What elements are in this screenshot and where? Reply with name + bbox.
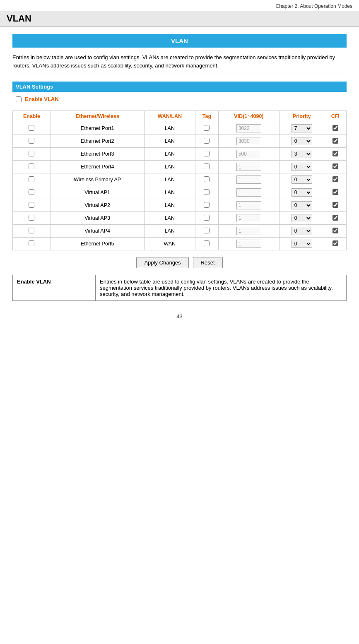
row-wan-lan-cell: LAN (144, 199, 195, 212)
row-enable-cell (13, 173, 51, 186)
row-priority-select[interactable]: 01234567 (292, 163, 312, 171)
row-tag-checkbox[interactable] (204, 125, 210, 131)
row-eth-cell: Ethernet Port5 (51, 238, 144, 250)
row-tag-cell (195, 225, 219, 238)
row-priority-cell: 01234567 (279, 173, 324, 186)
row-tag-checkbox[interactable] (204, 138, 210, 144)
row-tag-checkbox[interactable] (204, 176, 210, 182)
row-enable-cell (13, 135, 51, 148)
row-tag-cell (195, 186, 219, 199)
row-eth-cell: Virtual AP2 (51, 199, 144, 212)
row-vid-cell (218, 173, 279, 186)
row-enable-cell (13, 199, 51, 212)
row-tag-checkbox[interactable] (204, 189, 210, 195)
row-wan-lan-cell: LAN (144, 122, 195, 135)
row-vid-input[interactable] (236, 163, 261, 171)
row-tag-checkbox[interactable] (204, 240, 210, 246)
buttons-row: Apply Changes Reset (12, 257, 347, 268)
row-tag-checkbox[interactable] (204, 215, 210, 221)
row-wan-lan-cell: LAN (144, 135, 195, 148)
row-vid-input[interactable] (236, 150, 261, 158)
row-priority-select[interactable]: 01234567 (292, 240, 312, 248)
row-tag-checkbox[interactable] (204, 163, 210, 169)
row-cfi-checkbox[interactable] (332, 163, 338, 169)
row-cfi-checkbox[interactable] (332, 189, 338, 195)
reset-button[interactable]: Reset (193, 257, 223, 268)
row-cfi-checkbox[interactable] (332, 202, 338, 208)
row-priority-cell: 01234567 (279, 199, 324, 212)
th-enable: Enable (13, 111, 51, 122)
row-enable-cell (13, 186, 51, 199)
row-vid-input[interactable] (236, 137, 261, 145)
enable-vlan-label: Enable VLAN (25, 96, 59, 102)
row-cfi-cell (324, 238, 347, 250)
row-cfi-cell (324, 225, 347, 238)
row-vid-input[interactable] (236, 201, 261, 209)
row-cfi-checkbox[interactable] (332, 240, 338, 246)
page-title-bar: VLAN (0, 11, 359, 27)
help-row: Enable VLAN Entries in below table are u… (13, 275, 347, 301)
row-cfi-cell (324, 199, 347, 212)
row-priority-select[interactable]: 01234567 (292, 214, 312, 222)
row-enable-cell (13, 212, 51, 225)
row-tag-cell (195, 122, 219, 135)
row-vid-input[interactable] (236, 214, 261, 222)
row-vid-input[interactable] (236, 175, 261, 184)
row-vid-cell (218, 212, 279, 225)
row-cfi-checkbox[interactable] (332, 228, 338, 233)
page-number: 43 (176, 313, 182, 320)
row-eth-cell: Virtual AP4 (51, 225, 144, 238)
row-cfi-checkbox[interactable] (332, 125, 338, 131)
row-priority-select[interactable]: 01234567 (292, 201, 312, 209)
row-tag-cell (195, 161, 219, 173)
row-priority-select[interactable]: 01234567 (292, 175, 312, 184)
row-eth-cell: Wireless Primary AP (51, 173, 144, 186)
row-tag-cell (195, 148, 219, 161)
row-enable-checkbox[interactable] (29, 125, 34, 131)
row-enable-checkbox[interactable] (29, 176, 34, 182)
row-vid-input[interactable] (236, 227, 261, 235)
row-cfi-checkbox[interactable] (332, 176, 338, 182)
help-term: Enable VLAN (13, 275, 96, 301)
table-row: Virtual AP1LAN01234567 (13, 186, 347, 199)
row-priority-select[interactable]: 01234567 (292, 137, 312, 145)
row-vid-input[interactable] (236, 124, 261, 132)
row-wan-lan-cell: LAN (144, 225, 195, 238)
row-cfi-checkbox[interactable] (332, 215, 338, 221)
table-row: Virtual AP4LAN01234567 (13, 225, 347, 238)
row-enable-checkbox[interactable] (29, 163, 34, 169)
vlan-table: Enable Ethernet/Wireless WAN/LAN Tag VID… (12, 111, 347, 250)
th-tag: Tag (195, 111, 219, 122)
row-priority-select[interactable]: 01234567 (292, 227, 312, 235)
row-priority-select[interactable]: 01234567 (292, 188, 312, 197)
page-title: VLAN (7, 13, 352, 24)
row-vid-input[interactable] (236, 188, 261, 197)
row-enable-checkbox[interactable] (29, 189, 34, 195)
row-vid-input[interactable] (236, 240, 261, 248)
enable-vlan-checkbox[interactable] (16, 96, 22, 102)
row-enable-checkbox[interactable] (29, 240, 34, 246)
content-area: VLAN Entries in below table are used to … (0, 34, 359, 301)
row-enable-checkbox[interactable] (29, 228, 34, 233)
row-tag-cell (195, 212, 219, 225)
row-wan-lan-cell: LAN (144, 173, 195, 186)
row-enable-checkbox[interactable] (29, 151, 34, 156)
row-cfi-checkbox[interactable] (332, 151, 338, 156)
row-tag-checkbox[interactable] (204, 202, 210, 208)
row-priority-select[interactable]: 01234567 (292, 124, 312, 132)
row-tag-cell (195, 238, 219, 250)
row-tag-checkbox[interactable] (204, 228, 210, 233)
row-enable-checkbox[interactable] (29, 215, 34, 221)
table-row: Ethernet Port5WAN01234567 (13, 238, 347, 250)
row-enable-checkbox[interactable] (29, 202, 34, 208)
row-eth-cell: Virtual AP1 (51, 186, 144, 199)
apply-changes-button[interactable]: Apply Changes (136, 257, 188, 268)
row-enable-checkbox[interactable] (29, 138, 34, 144)
row-tag-checkbox[interactable] (204, 151, 210, 156)
row-vid-cell (218, 186, 279, 199)
row-enable-cell (13, 225, 51, 238)
table-row: Ethernet Port3LAN01234567 (13, 148, 347, 161)
row-cfi-checkbox[interactable] (332, 138, 338, 144)
row-tag-cell (195, 135, 219, 148)
row-priority-select[interactable]: 01234567 (292, 150, 312, 158)
